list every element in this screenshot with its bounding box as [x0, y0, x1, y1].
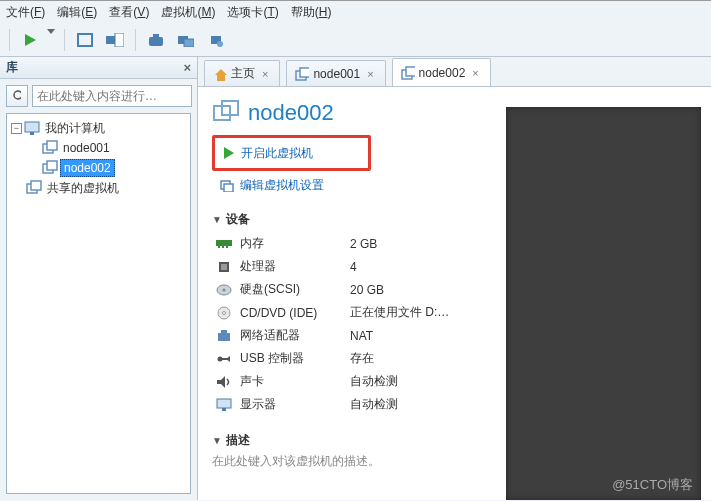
device-label: 网络适配器: [236, 324, 346, 347]
fullscreen-button[interactable]: [72, 27, 98, 53]
svg-marker-0: [25, 34, 36, 46]
svg-point-10: [217, 41, 223, 47]
svg-rect-24: [300, 68, 309, 77]
tab-close-icon[interactable]: ×: [259, 68, 271, 80]
tree-item-label: node001: [60, 140, 113, 156]
device-row[interactable]: CD/DVD (IDE)正在使用文件 D:…: [212, 301, 453, 324]
devices-table: 内存2 GB处理器4硬盘(SCSI)20 GBCD/DVD (IDE)正在使用文…: [212, 232, 453, 416]
device-row[interactable]: 显示器自动检测: [212, 393, 453, 416]
home-icon: [213, 67, 227, 81]
device-row[interactable]: 硬盘(SCSI)20 GB: [212, 278, 453, 301]
menu-file[interactable]: 文件(F): [6, 4, 45, 21]
play-drop-icon[interactable]: [47, 27, 57, 53]
sidebar: 库 × −我的计算机node001node002共享的虚拟机: [0, 57, 198, 500]
tree-item[interactable]: −我的计算机: [9, 118, 188, 138]
tab-close-icon[interactable]: ×: [364, 68, 376, 80]
device-row[interactable]: 处理器4: [212, 255, 453, 278]
start-vm-link[interactable]: 开启此虚拟机: [223, 143, 313, 163]
svg-rect-37: [221, 264, 227, 270]
tab-label: node001: [313, 67, 360, 81]
tab-label: 主页: [231, 65, 255, 82]
tab-node001[interactable]: node001×: [286, 60, 385, 86]
svg-rect-4: [115, 33, 124, 47]
svg-marker-47: [217, 376, 225, 388]
svg-rect-49: [222, 408, 226, 411]
svg-rect-3: [106, 36, 115, 44]
sidebar-header: 库 ×: [0, 57, 197, 79]
device-value: NAT: [346, 324, 453, 347]
snapshot-button[interactable]: [143, 27, 169, 53]
tree-item[interactable]: 共享的虚拟机: [9, 178, 188, 198]
revert-button[interactable]: [203, 27, 229, 53]
play-button[interactable]: [17, 27, 43, 53]
menu-view[interactable]: 查看(V): [109, 4, 149, 21]
menu-edit[interactable]: 编辑(E): [57, 4, 97, 21]
devices-header[interactable]: ▼设备: [212, 211, 492, 228]
svg-rect-8: [184, 39, 194, 47]
tree-item-label: 我的计算机: [42, 119, 108, 138]
svg-rect-2: [78, 34, 92, 46]
device-row[interactable]: USB 控制器存在: [212, 347, 453, 370]
caret-down-icon: ▼: [212, 214, 222, 225]
svg-rect-34: [222, 246, 224, 248]
svg-point-41: [223, 311, 226, 314]
device-value: 2 GB: [346, 232, 453, 255]
svg-marker-1: [47, 29, 55, 34]
search-icon[interactable]: [6, 85, 28, 107]
device-label: 内存: [236, 232, 346, 255]
device-label: 显示器: [236, 393, 346, 416]
tab-主页[interactable]: 主页×: [204, 60, 280, 86]
pin-icon[interactable]: ×: [183, 60, 191, 75]
edit-vm-link[interactable]: 编辑虚拟机设置: [212, 175, 492, 195]
vm-icon: [42, 140, 58, 156]
svg-marker-46: [226, 356, 230, 362]
device-row[interactable]: 网络适配器NAT: [212, 324, 453, 347]
device-row[interactable]: 声卡自动检测: [212, 370, 453, 393]
snapmgr-button[interactable]: [173, 27, 199, 53]
monitor-icon: [24, 120, 40, 136]
tab-close-icon[interactable]: ×: [469, 67, 481, 79]
device-value: 存在: [346, 347, 453, 370]
content-tabs: 主页×node001×node002×: [198, 57, 711, 87]
search-input[interactable]: [32, 85, 192, 107]
svg-rect-26: [406, 67, 415, 76]
tree-item[interactable]: node001: [9, 138, 188, 158]
device-value: 正在使用文件 D:…: [346, 301, 453, 324]
vm-preview: @51CTO博客: [506, 107, 701, 500]
vm-summary: node002 开启此虚拟机 编辑虚拟机设置 ▼设备 内存2 GB处理器4硬盘(…: [198, 87, 506, 500]
desc-header[interactable]: ▼描述: [212, 432, 492, 449]
share-icon: [26, 180, 42, 196]
svg-rect-22: [217, 75, 225, 81]
device-value: 20 GB: [346, 278, 453, 301]
device-value: 自动检测: [346, 393, 453, 416]
net-icon: [212, 324, 236, 347]
unity-button[interactable]: [102, 27, 128, 53]
device-label: 处理器: [236, 255, 346, 278]
device-label: 硬盘(SCSI): [236, 278, 346, 301]
menu-tabs[interactable]: 选项卡(T): [227, 4, 278, 21]
menu-bar: 文件(F) 编辑(E) 查看(V) 虚拟机(M) 选项卡(T) 帮助(H): [0, 1, 711, 23]
usb-icon: [212, 347, 236, 370]
tree-toggle-icon[interactable]: −: [11, 123, 22, 134]
mem-icon: [212, 232, 236, 255]
device-label: USB 控制器: [236, 347, 346, 370]
svg-rect-32: [216, 240, 232, 246]
svg-rect-20: [31, 181, 41, 190]
content: 主页×node001×node002× node002 开启此虚拟机 编辑虚拟机…: [198, 57, 711, 500]
library-tree: −我的计算机node001node002共享的虚拟机: [6, 113, 191, 494]
svg-rect-13: [25, 122, 39, 132]
tab-label: node002: [419, 66, 466, 80]
svg-rect-5: [149, 37, 163, 46]
svg-rect-6: [153, 34, 159, 38]
menu-vm[interactable]: 虚拟机(M): [161, 4, 215, 21]
svg-marker-21: [215, 69, 227, 75]
svg-rect-31: [224, 184, 233, 192]
vm-icon: [401, 66, 415, 80]
device-row[interactable]: 内存2 GB: [212, 232, 453, 255]
menu-help[interactable]: 帮助(H): [291, 4, 332, 21]
tree-item[interactable]: node002: [9, 158, 188, 178]
tab-node002[interactable]: node002×: [392, 58, 491, 86]
device-value: 自动检测: [346, 370, 453, 393]
device-label: CD/DVD (IDE): [236, 301, 346, 324]
device-label: 声卡: [236, 370, 346, 393]
